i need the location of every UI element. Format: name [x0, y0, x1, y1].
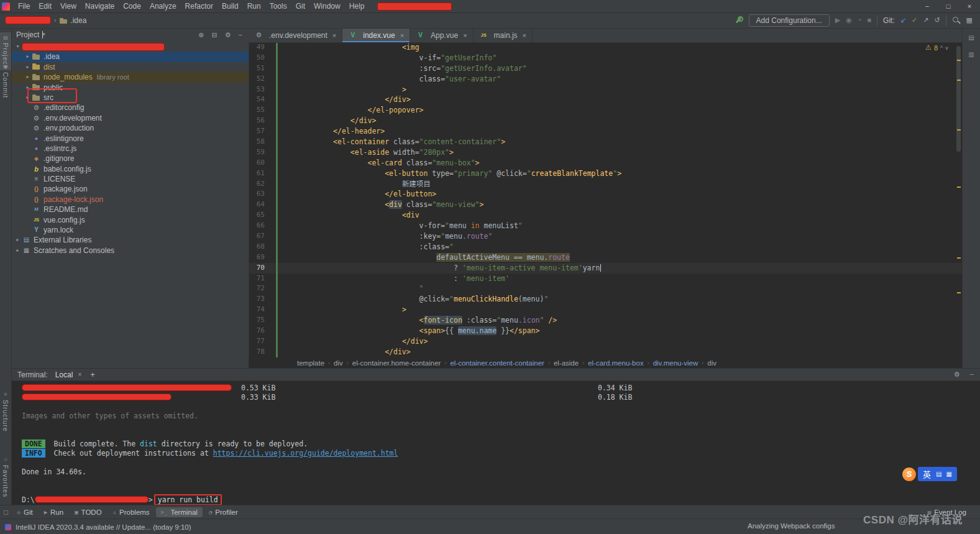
prev-warning-icon[interactable]: ^ [940, 45, 943, 51]
tree-item-.idea[interactable]: ▸.idea [11, 52, 249, 62]
menu-edit[interactable]: Edit [34, 2, 56, 11]
code-line-65[interactable]: 65 <div [249, 210, 962, 221]
git-history-icon[interactable]: ↺ [934, 16, 940, 24]
sogou-logo-icon[interactable]: S [902, 467, 916, 481]
chevron-right-icon[interactable]: ▸ [14, 246, 22, 255]
menu-build[interactable]: Build [218, 2, 243, 11]
inspection-widget[interactable]: ⚠ 8 ^ v [925, 44, 948, 52]
tree-item-package.json[interactable]: {}package.json [11, 184, 249, 194]
new-terminal-button[interactable]: + [90, 370, 95, 379]
minimize-panel-icon[interactable]: − [970, 371, 974, 379]
toolwindow-icon[interactable]: ▤ [968, 34, 974, 41]
project-panel-title[interactable]: Project [16, 30, 39, 39]
add-configuration-button[interactable]: Add Configuration... [749, 14, 830, 27]
editor-tab-app.vue[interactable]: VApp.vue× [410, 28, 473, 42]
chevron-down-icon[interactable]: ▾ [42, 31, 43, 39]
gear-icon[interactable]: ⚙ [225, 31, 231, 39]
warning-stripe-mark[interactable] [957, 257, 961, 259]
status-message[interactable]: IntelliJ IDEA 2020.3.4 available // Upda… [16, 523, 191, 531]
hide-panel-icon[interactable]: − [239, 31, 242, 39]
toolwindow-button-commit[interactable]: ◉Commit [0, 64, 11, 98]
editor-tab-index.vue[interactable]: Vindex.vue× [342, 28, 410, 42]
close-icon[interactable]: × [463, 32, 467, 39]
toolwindow-button-terminal[interactable]: >_Terminal [156, 507, 203, 517]
menu-view[interactable]: View [56, 2, 81, 11]
menu-analyze[interactable]: Analyze [145, 2, 181, 11]
code-line-72[interactable]: 72 " [249, 283, 962, 294]
breadcrumb-item-div-menu-view[interactable]: div.menu-view [653, 359, 698, 367]
code-line-75[interactable]: 75 <font-icon :class="menu.icon" /> [249, 315, 962, 326]
chevron-right-icon[interactable]: ▸ [24, 62, 32, 72]
maximize-button[interactable]: □ [938, 2, 959, 10]
tree-item-external-libraries[interactable]: ▸▤External Libraries [11, 235, 249, 245]
breadcrumb-item-el-aside[interactable]: el-aside [554, 359, 579, 367]
code-line-59[interactable]: 59 <el-aside width="280px"> [249, 147, 962, 158]
git-update-icon[interactable]: ↙ [900, 16, 906, 24]
menu-window[interactable]: Window [309, 2, 345, 11]
debug-button[interactable]: ◉ [846, 16, 852, 24]
code-line-52[interactable]: 52 class="user-avatar" [249, 74, 962, 85]
toolwindow-icon[interactable]: ▥ [968, 51, 974, 58]
code-line-54[interactable]: 54 </div> [249, 94, 962, 105]
collapse-all-icon[interactable]: ⊟ [211, 31, 217, 39]
ime-toolbar[interactable]: 英 ▤▦ [918, 467, 957, 481]
code-line-61[interactable]: 61 <el-button type="primary" @click="cre… [249, 168, 962, 179]
code-line-62[interactable]: 62 新建项目 [249, 179, 962, 190]
code-line-73[interactable]: 73 @click="menuClickHandle(menu)" [249, 294, 962, 305]
profile-button[interactable]: ◔ [858, 16, 862, 24]
code-line-49[interactable]: 49 <img [249, 42, 962, 53]
terminal-output[interactable]: 0.53 KiB0.34 KiB0.33 KiB0.18 KiBImages a… [11, 381, 980, 505]
tree-item-.eslintignore[interactable]: ●.eslintignore [11, 134, 249, 144]
tree-item-.gitignore[interactable]: ◆.gitignore [11, 154, 249, 163]
close-icon[interactable]: × [523, 32, 526, 39]
breadcrumb-item-el-card-menu-box[interactable]: el-card.menu-box [588, 359, 643, 367]
breadcrumb-item-template[interactable]: template [297, 359, 324, 367]
code-line-71[interactable]: 71 : 'menu-item' [249, 274, 962, 284]
menu-file[interactable]: File [14, 2, 34, 11]
tree-item-readme.md[interactable]: MREADME.md [11, 205, 249, 214]
toolwindow-button-todo[interactable]: ▣TODO [70, 507, 106, 517]
code-line-74[interactable]: 74 > [249, 305, 962, 315]
stop-button[interactable]: ■ [867, 16, 871, 24]
code-line-58[interactable]: 58 <el-container class="content-containe… [249, 137, 962, 147]
breadcrumb-item-idea[interactable]: .idea [70, 16, 86, 25]
ime-icon[interactable]: ▦ [946, 471, 951, 477]
warning-stripe-mark[interactable] [957, 80, 961, 81]
menu-code[interactable]: Code [119, 2, 145, 11]
menu-git[interactable]: Git [291, 2, 309, 11]
code-line-60[interactable]: 60 <el-card class="menu-box"> [249, 158, 962, 168]
code-line-53[interactable]: 53 > [249, 85, 962, 95]
code-line-78[interactable]: 78 </div> [249, 347, 962, 357]
update-notification-icon[interactable] [5, 524, 11, 530]
git-commit-icon[interactable]: ✓ [912, 16, 917, 24]
toolwindow-button-git[interactable]: ◇Git [12, 507, 38, 517]
menu-run[interactable]: Run [243, 2, 265, 11]
terminal-link[interactable]: https://cli.vuejs.org/guide/deployment.h… [213, 449, 398, 458]
next-warning-icon[interactable]: v [945, 45, 948, 51]
search-icon[interactable] [952, 16, 961, 25]
toolwindow-button-structure[interactable]: ≡Structure [0, 392, 11, 432]
code-line-77[interactable]: 77 </div> [249, 336, 962, 347]
editor-scrollbar[interactable] [956, 46, 961, 152]
code-line-67[interactable]: 67 :key="menu.route" [249, 231, 962, 242]
close-button[interactable]: × [959, 2, 980, 10]
breadcrumb-item-el-container-home-container[interactable]: el-container.home-container [352, 359, 441, 367]
chevron-down-icon[interactable]: ▾ [14, 42, 22, 52]
tree-item-.eslintrc.js[interactable]: ●.eslintrc.js [11, 144, 249, 154]
tree-item-babel.config.js[interactable]: bbabel.config.js [11, 164, 249, 174]
tree-item-yarn.lock[interactable]: Yyarn.lock [11, 225, 249, 235]
close-icon[interactable]: × [332, 32, 336, 39]
ime-icon[interactable]: ▤ [936, 471, 941, 477]
code-line-55[interactable]: 55 </el-popover> [249, 105, 962, 116]
minimize-button[interactable]: − [917, 2, 938, 10]
code-line-76[interactable]: 76 <span>{{ menu.name }}</span> [249, 326, 962, 336]
chevron-right-icon[interactable]: ▸ [14, 235, 22, 245]
chevron-right-icon[interactable]: ▸ [24, 72, 32, 82]
tree-item-.env.production[interactable]: ⚙.env.production [11, 123, 249, 133]
code-line-70[interactable]: 70 ? 'menu-item-active menu-item'yarn [249, 263, 962, 274]
warning-stripe-mark[interactable] [957, 186, 961, 188]
code-line-51[interactable]: 51 :src="getUserInfo.avatar" [249, 63, 962, 74]
close-icon[interactable]: × [78, 371, 81, 378]
tree-item-.editorconfig[interactable]: ⚙.editorconfig [11, 103, 249, 113]
tree-item-dist[interactable]: ▸dist [11, 62, 249, 72]
